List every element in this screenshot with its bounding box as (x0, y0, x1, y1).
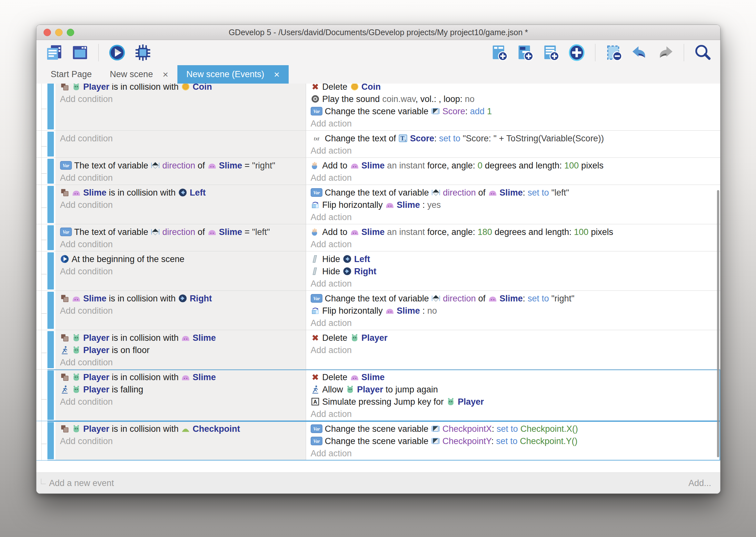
minimize-button[interactable] (55, 29, 62, 36)
event-row[interactable]: Player is in collision with CoinAdd cond… (36, 84, 720, 131)
tab-new-scene-events-[interactable]: New scene (Events)× (177, 65, 289, 84)
add-condition-button[interactable]: Add condition (60, 93, 301, 105)
event-row[interactable]: Player is in collision with SlimePlayer … (36, 330, 720, 369)
action-text: Allow (322, 385, 345, 394)
action-line[interactable]: Delete Player (311, 332, 716, 344)
add-event-button[interactable] (490, 43, 509, 62)
right-icon (178, 294, 187, 303)
condition-line[interactable]: Player is in collision with Checkpoint (60, 423, 301, 435)
action-line[interactable]: VarChange the scene variable CheckpointY… (311, 435, 716, 447)
add-condition-button[interactable]: Add condition (60, 265, 301, 277)
zoom-button[interactable] (67, 29, 74, 36)
event-row[interactable]: VarThe text of variable direction of Sli… (36, 158, 720, 185)
add-action-button[interactable]: Add action (311, 145, 716, 157)
action-line[interactable]: Play the sound coin.wav, vol.: , loop: n… (311, 93, 716, 105)
event-row[interactable]: Add conditiontxtChange the text of TxSco… (36, 131, 720, 158)
undo-button[interactable] (630, 43, 649, 62)
add-condition-button[interactable]: Add condition (60, 172, 301, 184)
event-select-bar[interactable] (47, 370, 54, 420)
search-button[interactable] (693, 43, 712, 62)
action-line[interactable]: VarChange the scene variable Score: add … (311, 105, 716, 117)
action-line[interactable]: ASimulate pressing Jump key for Player (311, 396, 716, 408)
event-row[interactable]: Slime is in collision with RightAdd cond… (36, 291, 720, 330)
action-line[interactable]: txtChange the text of TxScore: set to "S… (311, 132, 716, 145)
play-button[interactable] (108, 43, 127, 62)
action-line[interactable]: Add to Slime an instant force, angle: 0 … (311, 159, 716, 172)
event-select-bar[interactable] (47, 159, 54, 184)
remove-instruction-button[interactable] (604, 43, 623, 62)
actions-cell: Delete SlimeAllow Player to jump againAS… (306, 369, 720, 421)
tab-close-icon[interactable]: × (274, 70, 280, 79)
condition-line[interactable]: Player is falling (60, 383, 301, 396)
condition-line[interactable]: VarThe text of variable direction of Sli… (60, 159, 301, 172)
event-select-bar[interactable] (47, 84, 54, 129)
toolbar-separator (595, 44, 595, 61)
condition-line[interactable]: Player is on floor (60, 344, 301, 356)
add-condition-button[interactable]: Add condition (60, 238, 301, 250)
add-condition-button[interactable]: Add condition (60, 132, 301, 145)
event-select-bar[interactable] (47, 186, 54, 223)
event-row[interactable]: Player is in collision with SlimePlayer … (36, 369, 720, 421)
condition-line[interactable]: Player is in collision with Coin (60, 84, 301, 93)
event-select-bar[interactable] (47, 252, 54, 289)
condition-line[interactable]: At the beginning of the scene (60, 253, 301, 265)
event-row[interactable]: At the beginning of the sceneAdd conditi… (36, 251, 720, 291)
platformer-icon (60, 345, 69, 355)
add-action-button[interactable]: Add action (311, 277, 716, 290)
add-action-button[interactable]: Add action (311, 117, 716, 130)
condition-line[interactable]: Slime is in collision with Right (60, 292, 301, 305)
action-line[interactable]: VarChange the text of variable direction… (311, 292, 716, 305)
event-select-bar[interactable] (47, 422, 54, 459)
condition-line[interactable]: Player is in collision with Slime (60, 371, 301, 383)
condition-line[interactable]: VarThe text of variable direction of Sli… (60, 226, 301, 238)
add-condition-button[interactable]: Add condition (60, 199, 301, 211)
event-select-bar[interactable] (47, 225, 54, 250)
redo-button[interactable] (656, 43, 675, 62)
event-row[interactable]: Slime is in collision with LeftAdd condi… (36, 185, 720, 224)
event-row[interactable]: Player is in collision with CheckpointAd… (36, 421, 720, 461)
action-line[interactable]: Delete Coin (311, 84, 716, 93)
scene-editor-button[interactable] (71, 43, 89, 62)
keyboard-icon: A (311, 397, 320, 406)
add-action-button[interactable]: Add action (311, 447, 716, 460)
conditions-cell: Slime is in collision with LeftAdd condi… (56, 185, 306, 224)
project-manager-button[interactable] (45, 43, 63, 62)
action-line[interactable]: VarChange the text of variable direction… (311, 186, 716, 199)
action-line[interactable]: Hide Right (311, 265, 716, 277)
tab-close-icon[interactable]: × (163, 70, 169, 79)
event-row[interactable]: VarThe text of variable direction of Sli… (36, 224, 720, 251)
tab-new-scene[interactable]: New scene× (101, 65, 177, 84)
action-text: Slime (500, 294, 523, 303)
action-line[interactable]: Allow Player to jump again (311, 383, 716, 396)
add-subevent-button[interactable] (516, 43, 534, 62)
action-line[interactable]: Add to Slime an instant force, angle: 18… (311, 226, 716, 238)
add-new-event-button[interactable]: Add a new event (49, 478, 114, 488)
add-comment-button[interactable] (542, 43, 560, 62)
debug-button[interactable] (133, 43, 152, 62)
add-more-button[interactable]: Add... (688, 478, 711, 488)
add-action-button[interactable]: Add action (311, 172, 716, 184)
action-line[interactable]: Delete Slime (311, 371, 716, 383)
add-new-button[interactable] (567, 43, 586, 62)
add-action-button[interactable]: Add action (311, 344, 716, 356)
add-condition-button[interactable]: Add condition (60, 305, 301, 317)
close-button[interactable] (44, 29, 51, 36)
add-condition-button[interactable]: Add condition (60, 396, 301, 408)
add-action-button[interactable]: Add action (311, 408, 716, 420)
action-line[interactable]: Hide Left (311, 253, 716, 265)
add-action-button[interactable]: Add action (311, 238, 716, 250)
action-line[interactable]: Flip horizontally Slime : no (311, 305, 716, 317)
event-select-bar[interactable] (47, 132, 54, 156)
event-select-bar[interactable] (47, 331, 54, 368)
condition-line[interactable]: Slime is in collision with Left (60, 186, 301, 199)
condition-line[interactable]: Player is in collision with Slime (60, 332, 301, 344)
add-action-button[interactable]: Add action (311, 317, 716, 329)
add-action-button[interactable]: Add action (311, 211, 716, 223)
event-select-bar[interactable] (47, 292, 54, 329)
add-condition-button[interactable]: Add condition (60, 435, 301, 447)
action-line[interactable]: VarChange the scene variable CheckpointX… (311, 423, 716, 435)
tab-start-page[interactable]: Start Page (42, 65, 101, 84)
vertical-scrollbar[interactable] (717, 190, 719, 457)
action-line[interactable]: Flip horizontally Slime : yes (311, 199, 716, 211)
add-condition-button[interactable]: Add condition (60, 356, 301, 369)
